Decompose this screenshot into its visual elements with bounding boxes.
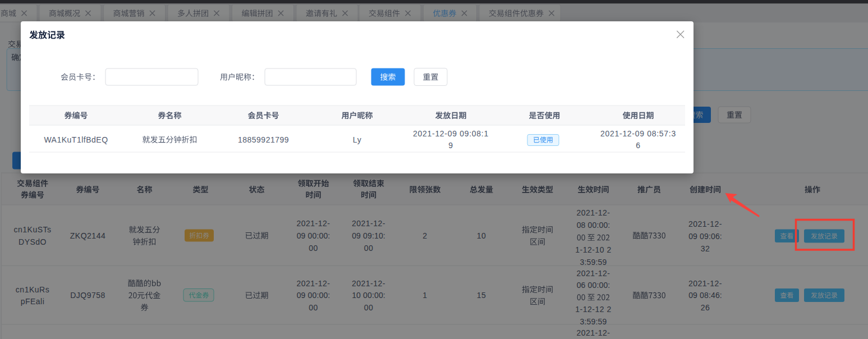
svg-text:9: 9 xyxy=(448,141,453,150)
svg-text:18859921799: 18859921799 xyxy=(238,135,289,144)
svg-text:6: 6 xyxy=(636,141,640,150)
svg-text:WA1KuT1lfBdEQ: WA1KuT1lfBdEQ xyxy=(44,135,108,144)
svg-text:2021-12-09 09:08:1: 2021-12-09 09:08:1 xyxy=(413,129,489,138)
svg-text:2021-12-09 08:57:3: 2021-12-09 08:57:3 xyxy=(600,129,676,138)
svg-text:Ly: Ly xyxy=(353,135,361,144)
